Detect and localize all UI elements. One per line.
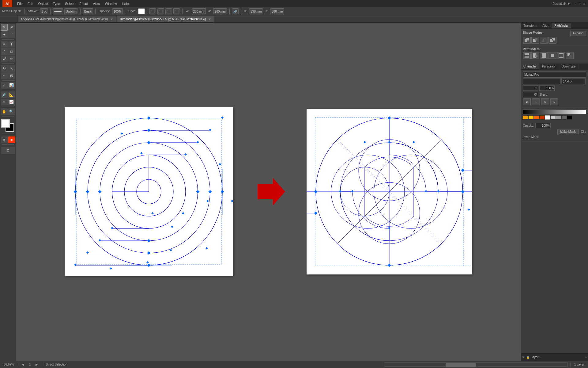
opentype-tab[interactable]: OpenType <box>559 63 579 69</box>
color-selector[interactable] <box>1 119 15 132</box>
fill-none[interactable]: ⊘ <box>1 136 8 143</box>
swatch-darkgray[interactable] <box>561 115 567 120</box>
intersect-btn[interactable] <box>540 37 548 44</box>
constrain-btn[interactable]: 🔗 <box>232 8 239 14</box>
align-btn3[interactable]: ⬛ <box>165 8 172 14</box>
pen-tool[interactable]: ✒ <box>1 41 8 48</box>
hand-tool[interactable]: ✋ <box>1 108 8 115</box>
transparency-input[interactable] <box>535 123 551 128</box>
align-btn1[interactable]: ⬛ <box>149 8 156 14</box>
tracking-input[interactable] <box>523 85 538 91</box>
uniform-dropdown[interactable]: Uniform <box>64 8 78 14</box>
maximize-btn[interactable]: □ <box>578 2 580 6</box>
warp-tool[interactable]: ~ <box>1 72 8 79</box>
crop-btn[interactable] <box>548 52 556 59</box>
minimize-btn[interactable]: ─ <box>573 2 575 6</box>
menu-help[interactable]: Help <box>119 0 131 7</box>
swatch-lightgray[interactable] <box>550 115 556 120</box>
swatch-red[interactable] <box>534 115 539 120</box>
graph-tool[interactable]: 📊 <box>8 82 15 89</box>
swatch-darkred[interactable] <box>539 115 545 120</box>
font-name-input[interactable] <box>523 71 586 78</box>
scale-tool[interactable]: ⤡ <box>8 65 15 72</box>
menu-type[interactable]: Type <box>51 0 63 7</box>
line-tool[interactable]: / <box>1 48 8 55</box>
swatch-yellow[interactable] <box>528 115 534 120</box>
close-btn[interactable]: ✕ <box>582 2 586 6</box>
swatch-orange[interactable] <box>523 115 528 120</box>
tab-2[interactable]: Interlocking-Circles-Illustration-1.ai @… <box>117 16 214 22</box>
symbol-tool[interactable]: ☆ <box>1 82 8 89</box>
minus-front-btn[interactable] <box>531 37 539 44</box>
menu-object[interactable]: Object <box>36 0 51 7</box>
foreground-color[interactable] <box>1 119 10 128</box>
minus-back-btn[interactable] <box>566 52 574 59</box>
fill-color[interactable]: ■ <box>8 136 15 143</box>
paintbrush-tool[interactable]: 🖌 <box>1 56 8 62</box>
outline-btn[interactable] <box>557 52 565 59</box>
align-btn4[interactable]: ⬛ <box>173 8 180 14</box>
w-input[interactable]: 200 mm <box>192 8 206 14</box>
menu-select[interactable]: Select <box>62 0 77 7</box>
h-input[interactable]: 200 mm <box>213 8 227 14</box>
merge-btn[interactable] <box>540 52 548 59</box>
select-tool[interactable]: ↖ <box>1 24 8 31</box>
strikethrough-btn[interactable]: S <box>550 98 558 105</box>
chart-tool[interactable]: 📈 <box>8 99 15 105</box>
menu-view[interactable]: View <box>90 0 103 7</box>
character-tab[interactable]: Character <box>521 63 540 69</box>
unite-btn[interactable] <box>523 37 531 44</box>
align-btn2[interactable]: ⬛ <box>157 8 164 14</box>
divide-btn[interactable] <box>523 52 531 59</box>
measure-tool[interactable]: 📐 <box>8 91 15 98</box>
exclude-btn[interactable] <box>548 37 556 44</box>
underline-btn[interactable]: U <box>541 98 549 105</box>
rotation-input[interactable] <box>523 92 538 97</box>
zoom-tool[interactable]: 🔍 <box>8 108 15 115</box>
artboard-nav-fwd[interactable]: ▶ <box>34 363 39 366</box>
trim-btn[interactable] <box>531 52 539 59</box>
direct-select-tool[interactable]: ↗ <box>8 24 15 31</box>
font-size-input[interactable] <box>561 78 586 84</box>
bold-btn[interactable]: B <box>523 98 531 105</box>
artboard-nav[interactable]: ◀ <box>21 363 25 366</box>
gradient-bar[interactable] <box>523 109 586 114</box>
transform-tab[interactable]: Transform <box>521 23 540 29</box>
canvas-area[interactable] <box>16 23 521 361</box>
hscrollbar[interactable] <box>384 362 568 367</box>
menu-window[interactable]: Window <box>103 0 119 7</box>
screen-mode[interactable]: ⊡ <box>1 147 15 154</box>
blend-tool[interactable]: ∞ <box>1 99 8 105</box>
shape-tool[interactable]: □ <box>8 48 15 55</box>
layer-options-icon[interactable]: ≡ <box>585 356 587 359</box>
type-tool[interactable]: T <box>8 41 15 48</box>
y-input[interactable]: 390 mm <box>270 8 284 14</box>
stroke-style-btn[interactable]: ━━━━ <box>53 8 63 14</box>
menu-file[interactable]: File <box>15 0 25 7</box>
opacity-input[interactable]: 100% <box>112 8 123 14</box>
font-style-input[interactable] <box>523 78 561 84</box>
make-mask-btn[interactable]: Make Mask <box>557 129 579 134</box>
swatch-white[interactable] <box>545 115 550 120</box>
eyedropper-tool[interactable]: 💉 <box>1 91 8 98</box>
free-transform-tool[interactable]: ⊠ <box>8 72 15 79</box>
style-dropdown[interactable]: Basic <box>83 8 93 14</box>
swatch-gray[interactable] <box>556 115 561 120</box>
expand-button[interactable]: Expand <box>570 31 586 36</box>
rotate-tool[interactable]: ↻ <box>1 65 8 72</box>
magic-wand-tool[interactable]: ✦ <box>1 31 8 38</box>
style-preview[interactable] <box>138 8 145 14</box>
align-tab[interactable]: Align <box>540 23 552 29</box>
pathfinder-tab[interactable]: Pathfinder <box>552 23 571 29</box>
eye-icon[interactable]: 👁 <box>522 356 525 359</box>
menu-effect[interactable]: Effect <box>77 0 90 7</box>
menu-edit[interactable]: Edit <box>25 0 36 7</box>
tab-1[interactable]: Logo-SCOMEA-interlocking-circles.ai @ 12… <box>18 16 116 22</box>
zoom-display[interactable]: 66.67% <box>2 363 15 366</box>
lasso-tool[interactable]: ⌒ <box>8 31 15 38</box>
swatch-black[interactable] <box>567 115 572 120</box>
pencil-tool[interactable]: ✏ <box>8 56 15 62</box>
x-input[interactable]: 390 mm <box>249 8 263 14</box>
stroke-input[interactable]: 1 pt <box>40 8 48 14</box>
scaling-input[interactable] <box>539 85 555 91</box>
